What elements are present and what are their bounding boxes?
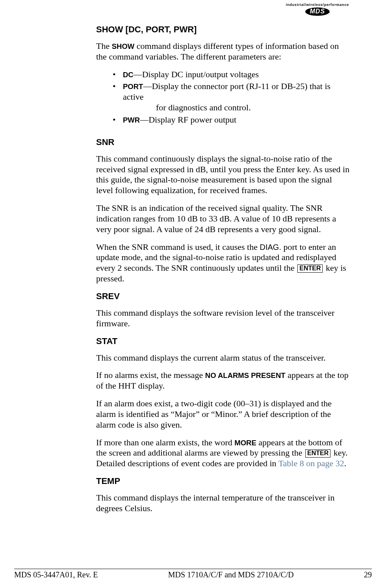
srev-p1: This command displays the software revis… (96, 308, 351, 329)
heading-snr: SNR (96, 137, 351, 147)
heading-show: SHOW [DC, PORT, PWR] (96, 24, 351, 35)
text: —Display the connector port (RJ-11 or DB… (123, 81, 330, 102)
text: If no alarms exist, the message (96, 370, 205, 380)
text: —Display DC input/output voltages (134, 69, 259, 79)
stat-p3: If an alarm does exist, a two-digit code… (96, 398, 351, 430)
brand-tagline: industrial/wireless/performance (286, 3, 349, 7)
footer-left: MDS 05-3447A01, Rev. E (14, 570, 98, 579)
enter-keycap: ENTER (297, 264, 323, 272)
brand-mark: MDS (305, 7, 330, 16)
text: If more than one alarm exists, the word (96, 437, 234, 447)
text: —Display RF power output (140, 115, 236, 125)
brand-logo: industrial/wireless/performance MDS (286, 3, 349, 16)
cmd-more: MORE (234, 439, 256, 447)
footer-right: 29 (364, 570, 372, 579)
stat-p2: If no alarms exist, the message NO ALARM… (96, 370, 351, 391)
snr-p1: This command continuously displays the s… (96, 154, 351, 196)
list-item: • PWR—Display RF power output (96, 115, 351, 125)
heading-srev: SREV (96, 291, 351, 301)
footer-center: MDS 1710A/C/F and MDS 2710A/C/D (98, 570, 364, 579)
list-item: • PORT—Display the connector port (RJ-11… (96, 81, 351, 113)
stat-p4: If more than one alarm exists, the word … (96, 437, 351, 469)
footer-rule (14, 569, 372, 569)
xref-table8[interactable]: Table 8 on page 32 (278, 458, 344, 468)
bullet-icon: • (113, 115, 116, 125)
snr-p2: The SNR is an indication of the received… (96, 203, 351, 234)
show-intro: The SHOW command displays different type… (96, 41, 351, 62)
show-params-list: • DC—Display DC input/output voltages • … (96, 69, 351, 125)
text: for diagnostics and control. (123, 102, 351, 113)
stat-p1: This command displays the current alarm … (96, 353, 351, 363)
heading-temp: TEMP (96, 476, 351, 486)
footer: MDS 05-3447A01, Rev. E MDS 1710A/C/F and… (14, 570, 372, 579)
text: When the SNR command is used, it causes … (96, 242, 260, 252)
enter-keycap: ENTER (305, 449, 330, 457)
text: The (96, 41, 112, 51)
diag-label: DIAG. (260, 243, 281, 251)
heading-stat: STAT (96, 336, 351, 346)
text: . (344, 458, 347, 468)
list-item: • DC—Display DC input/output voltages (96, 69, 351, 80)
cmd-no-alarms: NO ALARMS PRESENT (205, 371, 286, 380)
page: industrial/wireless/performance MDS SHOW… (0, 0, 386, 588)
snr-p3: When the SNR command is used, it causes … (96, 242, 351, 284)
cmd-dc: DC (123, 71, 134, 79)
cmd-port: PORT (123, 82, 143, 91)
bullet-icon: • (113, 69, 116, 80)
cmd-show: SHOW (112, 42, 135, 50)
content-area: SHOW [DC, PORT, PWR] The SHOW command di… (96, 24, 351, 521)
bullet-icon: • (113, 81, 116, 92)
temp-p1: This command displays the internal tempe… (96, 493, 351, 514)
cmd-pwr: PWR (123, 116, 140, 124)
